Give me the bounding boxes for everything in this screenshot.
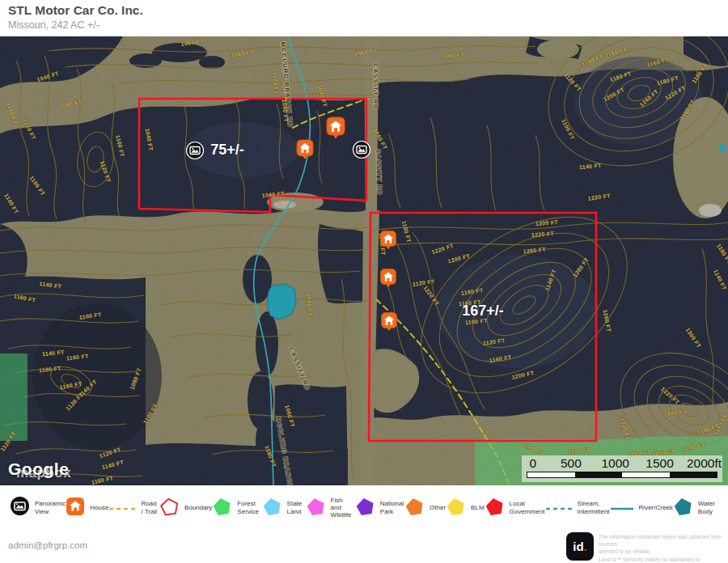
user-email: admin@pfrgrp.com [8,540,87,550]
legend-item-river-creek: River/Creek [610,501,673,515]
parcel-acreage-label: 75+/- [210,142,244,158]
legend-label: BLM [471,504,484,511]
map-legend: Panoramic ViewHouseRoad / TrailBoundaryF… [0,485,728,530]
map-svg: 1040 FT1080 FT1100 FT1120 FT1060 FT1040 … [0,36,728,485]
map-canvas[interactable]: 1040 FT1080 FT1100 FT1120 FT1060 FT1040 … [0,36,728,485]
scale-segment [527,472,575,477]
scale-tick-labels: 0500100015002000ft [527,456,717,471]
legend-item-fish-and-wildlife: Fish and Wildlife [306,497,355,519]
scale-tick: 2000ft [687,456,722,471]
legend-item-stream-intermittent: Stream, Intermittent [545,500,610,514]
scale-tick: 500 [561,456,582,471]
other-icon [404,497,425,519]
parcel-acreage-label: 167+/- [462,303,504,319]
land-id-map-export: STL Motor Car Co. Inc. Missouri, 242 AC … [0,0,728,563]
panoramic-view-icon [10,496,30,519]
scale-tick: 1000 [601,456,629,471]
boundary-icon [159,497,180,519]
legend-item-local-government: Local Government [485,497,545,519]
scale-tick: 0 [530,456,537,471]
legend-label: Boundary [184,504,212,511]
disclaimer-line: Land id™ Services makes no warranties or… [599,556,726,563]
scale-bar-segments [527,472,717,478]
legend-label: River/Creek [639,504,673,511]
header: STL Motor Car Co. Inc. Missouri, 242 AC … [0,0,728,36]
legend-item-other: Other [404,497,446,519]
legend-item-forest-service: Forest Service [212,497,261,519]
legend-item-panoramic-view: Panoramic View [10,496,66,519]
legend-item-blm: BLM [446,497,484,519]
legend-label: Local Government [510,500,545,514]
legend-label: Stream, Intermittent [578,500,610,514]
disclaimer-line: The information contained herein was obt… [599,533,726,548]
terrain-noise [0,36,728,485]
disclaimer-text: The information contained herein was obt… [599,533,726,563]
legend-item-boundary: Boundary [159,497,212,519]
logo-dot: . [584,540,587,553]
legend-label: Fish and Wildlife [331,497,355,519]
page-subtitle: Missouri, 242 AC +/- [8,19,99,31]
local-government-icon [485,497,505,519]
legend-label: Water Body [698,500,718,514]
disclaimer-line: deemed to be reliable. [599,548,726,555]
fish-and-wildlife-icon [306,497,326,519]
scale-segment [622,472,670,477]
state-land-icon [262,497,282,519]
land-id-logo: id. [566,532,594,561]
forest-service-icon [212,497,232,519]
legend-label: Panoramic View [35,500,66,514]
page-title: STL Motor Car Co. Inc. [8,3,143,18]
legend-label: State Land [287,500,306,514]
scale-segment [670,472,717,477]
legend-label: National Park [380,500,404,514]
river-creek-icon [610,501,634,515]
national-park-icon [355,497,375,519]
road-name-label: CASSITY RD [372,63,379,109]
legend-label: House [90,504,108,511]
scale-tick: 1500 [645,456,673,471]
blm-icon [446,497,466,519]
legend-item-state-land: State Land [262,497,306,519]
legend-label: Forest Service [237,500,261,514]
house-icon [66,497,85,519]
scale-bar: 0500100015002000ft [522,455,722,482]
map-attribution: mapbox Google [5,459,134,484]
legend-label: Other [430,504,446,511]
legend-item-house: House [66,497,108,519]
road-trail-icon [108,501,136,515]
scale-segment [575,472,623,477]
legend-item-road-trail: Road / Trail [108,500,159,514]
water-body-icon [673,497,693,519]
legend-label: Road / Trail [141,500,159,514]
panoramic-view-marker[interactable] [353,142,370,159]
panoramic-view-marker[interactable] [187,142,204,159]
legend-item-water-body: Water Body [673,497,718,519]
google-logo[interactable]: Google [8,459,69,479]
legend-item-national-park: National Park [355,497,404,519]
stream-intermittent-icon [545,501,573,515]
footer: admin@pfrgrp.com id. The information con… [0,530,728,563]
logo-id-text: id [573,540,583,553]
